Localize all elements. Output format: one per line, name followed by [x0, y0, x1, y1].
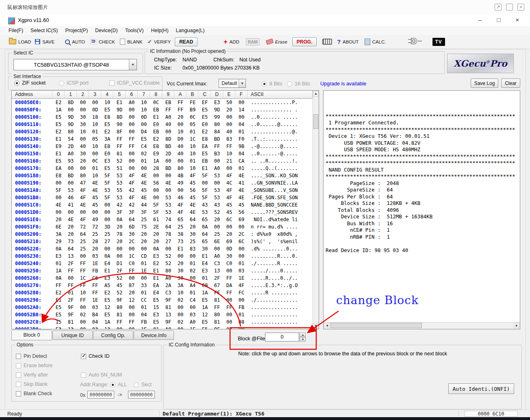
hex-byte-cell[interactable]: E0 — [199, 121, 211, 128]
hex-byte-cell[interactable]: 0D — [138, 113, 150, 121]
hex-byte-cell[interactable]: E3 — [150, 252, 162, 260]
hex-byte-cell[interactable]: 5F — [150, 209, 162, 216]
hex-byte-cell[interactable]: 04 — [235, 121, 248, 128]
hex-byte-cell[interactable]: 20 — [138, 238, 150, 245]
hex-byte-cell[interactable]: 20 — [113, 223, 126, 231]
hex-byte-cell[interactable]: 00 — [138, 245, 150, 252]
hex-byte-cell[interactable]: FF — [211, 143, 223, 150]
bits16-radio[interactable]: 16 Bits — [287, 81, 310, 87]
hex-byte-cell[interactable]: 1E — [89, 296, 101, 304]
hex-byte-cell[interactable]: 8D — [65, 99, 77, 106]
hex-byte-cell[interactable]: 5F — [101, 194, 113, 201]
hex-byte-cell[interactable]: 81 — [211, 296, 223, 304]
bits8-radio[interactable]: 8 Bits — [262, 81, 282, 87]
hex-byte-cell[interactable]: 4F — [223, 172, 235, 179]
hex-byte-cell[interactable]: FF — [223, 143, 235, 150]
hex-byte-cell[interactable]: EA — [199, 143, 211, 150]
hex-byte-cell[interactable]: E8 — [52, 172, 65, 179]
hex-byte-cell[interactable]: FF — [223, 274, 235, 282]
hex-byte-cell[interactable]: 0D — [223, 245, 235, 252]
hex-byte-cell[interactable]: FF — [65, 282, 77, 289]
blank-button[interactable]: BLANK — [120, 39, 143, 45]
hex-byte-cell[interactable]: 1A — [150, 157, 162, 165]
tab-block0[interactable]: Block 0 — [11, 330, 52, 340]
hex-byte-cell[interactable]: 69 — [223, 238, 235, 245]
hex-byte-cell[interactable]: 3A — [101, 135, 113, 143]
hex-byte-cell[interactable]: 42 — [126, 201, 138, 209]
hex-byte-cell[interactable]: 00 — [223, 165, 235, 172]
hex-byte-cell[interactable]: 10 — [101, 99, 113, 106]
hex-byte-cell[interactable]: E3 — [211, 99, 223, 106]
hex-byte-cell[interactable]: 90 — [235, 326, 248, 329]
hex-byte-cell[interactable]: FB — [138, 318, 150, 326]
load-button[interactable]: LOAD — [9, 39, 31, 44]
hex-byte-cell[interactable]: 51 — [113, 165, 126, 172]
hex-byte-cell[interactable]: 30 — [174, 267, 187, 274]
erase-button[interactable]: Erase — [266, 39, 287, 44]
hex-byte-cell[interactable]: E2 — [150, 135, 162, 143]
hex-byte-cell[interactable]: 0C — [150, 99, 162, 106]
hex-byte-cell[interactable]: A0 — [126, 99, 138, 106]
hex-byte-cell[interactable]: E5 — [52, 113, 65, 121]
hex-byte-cell[interactable]: FF — [162, 106, 174, 113]
auto-button[interactable]: AUTO — [65, 39, 85, 44]
hex-byte-cell[interactable]: 01 — [138, 260, 150, 267]
hex-byte-cell[interactable]: 1C — [187, 135, 199, 143]
hex-byte-cell[interactable]: 10 — [77, 289, 89, 296]
hex-byte-cell[interactable]: 6E — [52, 223, 65, 231]
hex-byte-cell[interactable]: 04 — [89, 318, 101, 326]
hex-byte-cell[interactable]: 0A — [113, 216, 126, 223]
hex-byte-cell[interactable]: EA — [52, 165, 65, 172]
hex-byte-cell[interactable]: B9 — [187, 106, 199, 113]
menu-item[interactable]: Select IC(S) — [27, 26, 61, 35]
hex-byte-cell[interactable]: 01 — [65, 289, 77, 296]
hex-byte-cell[interactable]: 1A — [101, 318, 113, 326]
hex-byte-cell[interactable]: A0 — [211, 165, 223, 172]
hex-byte-cell[interactable]: E4 — [199, 260, 211, 267]
scrollbar-thumb[interactable] — [313, 114, 318, 129]
hex-byte-cell[interactable]: 3D — [101, 223, 113, 231]
hex-byte-cell[interactable]: 00 — [126, 121, 138, 128]
hex-byte-cell[interactable]: E9 — [150, 150, 162, 157]
hex-byte-cell[interactable]: 28 — [150, 165, 162, 172]
hex-byte-cell[interactable]: E5 — [101, 106, 113, 113]
hex-byte-cell[interactable]: 27 — [101, 238, 113, 245]
hex-byte-cell[interactable]: 01 — [235, 260, 248, 267]
hex-byte-cell[interactable]: 1A — [199, 289, 211, 296]
hex-byte-cell[interactable]: 4E — [235, 187, 248, 194]
hex-byte-cell[interactable]: 53 — [211, 187, 223, 194]
hex-byte-cell[interactable]: 9F — [65, 304, 77, 311]
tv-button[interactable]: TV — [432, 38, 445, 46]
hex-byte-cell[interactable]: 6C — [235, 238, 248, 245]
hex-byte-cell[interactable]: 21 — [223, 157, 235, 165]
hex-byte-cell[interactable]: 30 — [199, 245, 211, 252]
hex-byte-cell[interactable]: 65 — [199, 238, 211, 245]
hex-byte-cell[interactable]: 4F — [77, 187, 89, 194]
hex-byte-cell[interactable]: 2F — [65, 296, 77, 304]
hex-byte-cell[interactable]: 33 — [138, 282, 150, 289]
hex-byte-cell[interactable]: FF — [89, 282, 101, 289]
hex-byte-cell[interactable]: 00 — [126, 150, 138, 157]
hex-byte-cell[interactable]: 9D — [211, 106, 223, 113]
hex-byte-cell[interactable]: 1E — [89, 260, 101, 267]
hex-byte-cell[interactable]: E5 — [52, 304, 65, 311]
hex-byte-cell[interactable]: 0D — [89, 106, 101, 113]
hex-byte-cell[interactable]: FF — [223, 304, 235, 311]
hex-byte-cell[interactable]: FF — [174, 106, 187, 113]
hex-byte-cell[interactable]: 44 — [138, 201, 150, 209]
hex-byte-cell[interactable]: 00 — [235, 223, 248, 231]
hex-byte-cell[interactable]: 74 — [162, 216, 174, 223]
hex-byte-cell[interactable]: 5F — [199, 172, 211, 179]
hex-byte-cell[interactable]: 00 — [77, 135, 89, 143]
hex-byte-cell[interactable]: CC — [138, 296, 150, 304]
hex-byte-cell[interactable]: 00 — [223, 113, 235, 121]
hex-byte-cell[interactable]: 65 — [174, 216, 187, 223]
hex-byte-cell[interactable]: 87 — [126, 282, 138, 289]
hex-byte-cell[interactable]: 43 — [199, 201, 211, 209]
hex-byte-cell[interactable]: E1 — [199, 252, 211, 260]
hex-byte-cell[interactable]: BD — [211, 135, 223, 143]
hex-byte-cell[interactable]: 00 — [65, 274, 77, 282]
hex-byte-cell[interactable]: A0 — [162, 274, 174, 282]
hex-byte-cell[interactable]: 5F — [101, 179, 113, 187]
hex-byte-cell[interactable]: B3 — [211, 150, 223, 157]
